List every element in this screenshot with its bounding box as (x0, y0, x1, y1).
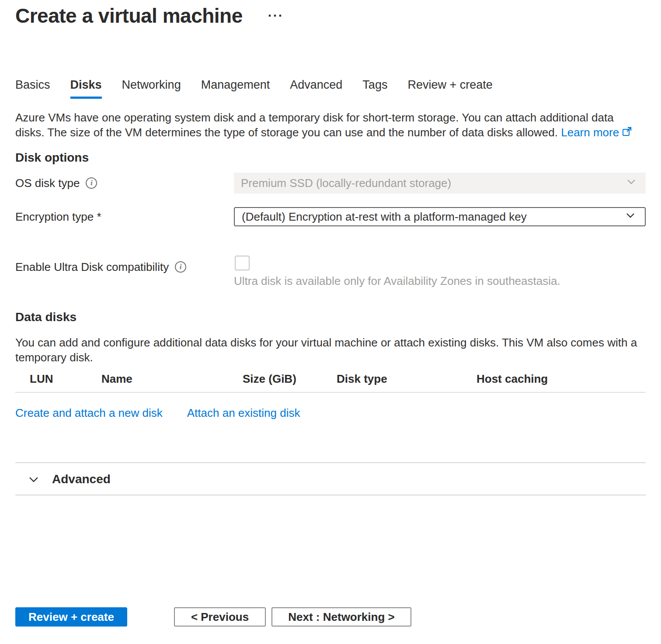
column-header-size: Size (GiB) (243, 372, 337, 386)
disk-options-heading: Disk options (15, 150, 646, 165)
ultra-disk-helper-text: Ultra disk is available only for Availab… (234, 274, 646, 288)
attach-existing-disk-link[interactable]: Attach an existing disk (187, 406, 300, 420)
title-row: Create a virtual machine ··· (15, 3, 646, 28)
learn-more-link[interactable]: Learn more (561, 126, 632, 139)
data-disks-description: You can add and configure additional dat… (15, 335, 646, 365)
page-title: Create a virtual machine (15, 3, 243, 28)
chevron-down-icon (624, 209, 637, 225)
advanced-section: Advanced (15, 462, 646, 495)
encryption-type-dropdown[interactable]: (Default) Encryption at-rest with a plat… (234, 207, 646, 226)
column-header-host-caching: Host caching (477, 372, 646, 386)
footer-bar: Review + create < Previous Next : Networ… (15, 607, 411, 627)
tab-review-create[interactable]: Review + create (407, 78, 492, 99)
create-attach-new-disk-link[interactable]: Create and attach a new disk (15, 406, 163, 420)
tab-advanced[interactable]: Advanced (290, 78, 342, 99)
tab-bar: Basics Disks Networking Management Advan… (15, 78, 646, 99)
data-disks-actions: Create and attach a new disk Attach an e… (15, 406, 646, 420)
encryption-type-row: Encryption type * (Default) Encryption a… (15, 207, 646, 226)
intro-text: Azure VMs have one operating system disk… (15, 111, 614, 139)
tab-tags[interactable]: Tags (362, 78, 387, 99)
ultra-disk-label: Enable Ultra Disk compatibility (15, 260, 169, 274)
os-disk-type-label: OS disk type (15, 176, 80, 190)
os-disk-type-row: OS disk type i Premium SSD (locally-redu… (15, 173, 646, 194)
tab-management[interactable]: Management (201, 78, 270, 99)
os-disk-type-dropdown: Premium SSD (locally-redundant storage) (234, 173, 646, 194)
chevron-down-icon (625, 175, 638, 191)
encryption-type-value: (Default) Encryption at-rest with a plat… (242, 210, 527, 224)
more-options-icon[interactable]: ··· (268, 3, 284, 28)
column-header-name: Name (101, 372, 243, 386)
tab-basics[interactable]: Basics (15, 78, 50, 99)
intro-paragraph: Azure VMs have one operating system disk… (15, 110, 646, 141)
review-create-button[interactable]: Review + create (15, 607, 127, 627)
chevron-down-icon (26, 472, 41, 487)
ultra-disk-label-col: Enable Ultra Disk compatibility i (15, 256, 234, 274)
tab-networking[interactable]: Networking (122, 78, 181, 99)
encryption-type-label: Encryption type * (15, 210, 101, 224)
column-header-lun: LUN (15, 372, 101, 386)
encryption-type-label-col: Encryption type * (15, 210, 234, 224)
os-disk-type-label-col: OS disk type i (15, 176, 234, 190)
advanced-toggle[interactable]: Advanced (15, 463, 646, 495)
column-header-disk-type: Disk type (337, 372, 477, 386)
advanced-label: Advanced (52, 472, 111, 487)
next-networking-button[interactable]: Next : Networking > (271, 607, 411, 627)
external-link-icon (622, 126, 632, 141)
ultra-disk-checkbox[interactable] (235, 256, 250, 270)
data-disks-heading: Data disks (15, 310, 646, 325)
info-icon[interactable]: i (86, 177, 97, 189)
data-disks-table-header: LUN Name Size (GiB) Disk type Host cachi… (15, 372, 646, 393)
create-vm-page: Create a virtual machine ··· Basics Disk… (0, 0, 661, 644)
previous-button[interactable]: < Previous (174, 607, 266, 627)
tab-disks[interactable]: Disks (70, 78, 102, 99)
os-disk-type-value: Premium SSD (locally-redundant storage) (241, 177, 451, 190)
info-icon[interactable]: i (175, 261, 186, 273)
ultra-disk-row: Enable Ultra Disk compatibility i Ultra … (15, 256, 646, 288)
